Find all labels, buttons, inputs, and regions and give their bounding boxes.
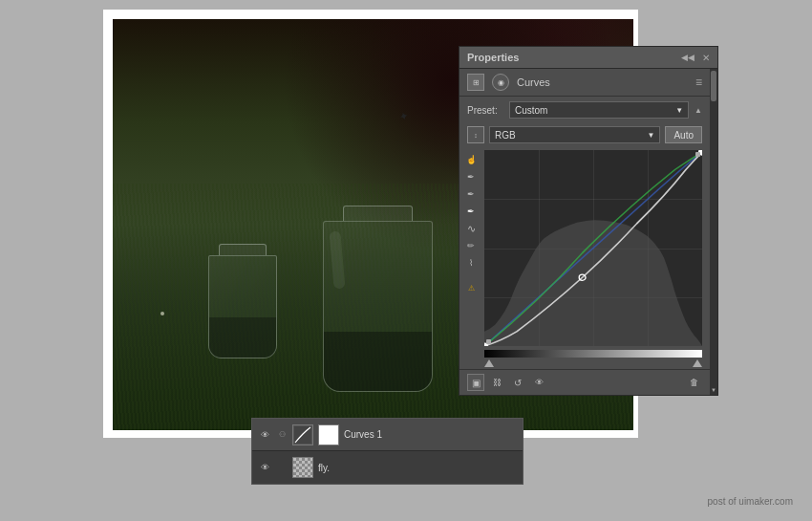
fly: ✦ <box>397 109 410 124</box>
preset-label: Preset: <box>467 105 503 116</box>
curves-subheader: ⊞ ◉ Curves ≡ <box>459 69 710 97</box>
layer-eye-fly[interactable]: 👁 <box>258 461 271 474</box>
channel-icon[interactable]: ↕ <box>467 126 484 143</box>
panel-bottom-controls: ▣ ⛓ ↺ 👁 🗑 <box>459 369 710 395</box>
curves-chart[interactable] <box>484 150 702 346</box>
scroll-up-indicator: ▲ <box>694 106 702 115</box>
layer-name-fly: fly. <box>318 463 517 473</box>
point-controls <box>484 359 702 367</box>
white-point[interactable] <box>693 359 702 367</box>
panel-header: Properties ◀◀ ✕ <box>459 47 717 69</box>
layer-curves-thumb <box>292 424 313 445</box>
curves-label: Curves <box>517 76 550 88</box>
layer-row-fly[interactable]: 👁 fly. <box>252 451 523 484</box>
curves-area: ☝ ✒ ✒ ✒ ∿ ✏ ⌇ ⚠ <box>459 146 710 350</box>
corner-tl <box>695 152 700 157</box>
preset-dropdown[interactable]: Custom ▼ <box>509 101 689 119</box>
eyedropper-white-tool[interactable]: ✒ <box>463 204 479 219</box>
reset-icon[interactable]: ↺ <box>509 374 526 391</box>
properties-panel: Properties ◀◀ ✕ ⊞ ◉ Curves ≡ Preset: Cus… <box>459 46 718 396</box>
layer-panel: 👁 ⚇ Curves 1 👁 fly. <box>251 418 524 485</box>
layer-mask-thumb <box>318 424 339 445</box>
dropdown-arrow-icon: ▼ <box>675 106 683 115</box>
layer-checker-thumb <box>292 457 313 478</box>
panel-title: Properties <box>467 52 519 63</box>
rgb-dropdown-arrow: ▼ <box>648 131 655 140</box>
preset-row: Preset: Custom ▼ ▲ <box>459 97 710 123</box>
curves-svg <box>484 150 702 346</box>
jar-left <box>208 244 277 358</box>
panel-menu-icon[interactable]: ≡ <box>695 76 702 89</box>
corner-bl <box>486 339 491 344</box>
jar-right <box>323 206 433 392</box>
visibility-bottom-icon[interactable]: 👁 <box>530 374 547 391</box>
panel-scroll-thumb[interactable] <box>711 71 716 101</box>
finger-tool[interactable]: ☝ <box>463 152 479 167</box>
eyedropper-gray-tool[interactable]: ✒ <box>463 186 479 202</box>
rgb-dropdown[interactable]: RGB ▼ <box>489 126 660 143</box>
rgb-row: ↕ RGB ▼ Auto <box>459 123 710 146</box>
curve-draw-tool[interactable]: ∿ <box>463 221 479 236</box>
panel-scrollbar[interactable]: ▼ <box>710 69 717 395</box>
layer-row-curves[interactable]: 👁 ⚇ Curves 1 <box>252 419 523 451</box>
panel-scroll-down[interactable]: ▼ <box>710 387 717 393</box>
grid-icon: ⊞ <box>467 74 484 91</box>
warning-icon: ⚠ <box>463 280 479 295</box>
add-mask-icon[interactable]: ▣ <box>467 374 484 391</box>
layer-name-curves: Curves 1 <box>344 429 517 440</box>
smooth-tool[interactable]: ⌇ <box>463 255 479 271</box>
delete-icon[interactable]: 🗑 <box>685 374 702 391</box>
panel-collapse-icon[interactable]: ◀◀ <box>681 53 694 62</box>
mask-icon-header: ◉ <box>492 74 509 91</box>
black-point[interactable] <box>484 359 494 367</box>
panel-close-icon[interactable]: ✕ <box>702 53 710 63</box>
eyedropper-black-tool[interactable]: ✒ <box>463 169 479 185</box>
pencil-draw-tool[interactable]: ✏ <box>463 238 479 253</box>
watermark: post of uimaker.com <box>708 496 793 507</box>
gradient-bar <box>484 350 702 358</box>
curves-tools: ☝ ✒ ✒ ✒ ∿ ✏ ⌇ ⚠ <box>463 150 481 346</box>
layer-link-icon: ⚇ <box>276 429 288 441</box>
layer-eye-curves[interactable]: 👁 <box>258 428 271 442</box>
chain-bottom-icon[interactable]: ⛓ <box>488 374 505 391</box>
auto-button[interactable]: Auto <box>665 126 702 143</box>
